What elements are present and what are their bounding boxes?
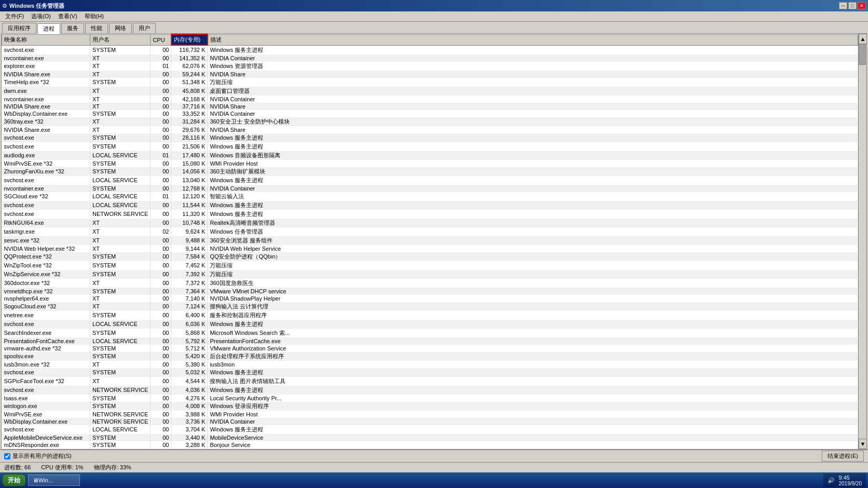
tab-services[interactable]: 服务 [61, 23, 84, 33]
cell-mem: 12,768 K [171, 185, 208, 192]
menu-options[interactable]: 选项(O) [28, 11, 54, 21]
table-row[interactable]: nvcontainer.exe XT 00 141,352 K NVIDIA C… [2, 55, 858, 62]
table-row[interactable]: nvcontainer.exe SYSTEM 00 12,768 K NVIDI… [2, 185, 858, 192]
menu-bar: 文件(F) 选项(O) 查看(V) 帮助(H) [0, 11, 868, 22]
table-row[interactable]: WbDisplay.Container.exe NETWORK SERVICE … [2, 418, 858, 425]
table-row[interactable]: NVIDIA Share.exe XT 00 29,676 K NVIDIA S… [2, 126, 858, 133]
scrollbar[interactable]: ▲ ▼ [858, 34, 866, 449]
table-row[interactable]: svchost.exe LOCAL SERVICE 00 13,040 K Wi… [2, 176, 858, 185]
cell-desc: Windows 服务主进程 [208, 386, 858, 395]
show-all-users-label[interactable]: 显示所有用户的进程(S) [4, 452, 72, 460]
scrollbar-up[interactable]: ▲ [859, 34, 866, 44]
table-row[interactable]: lsass.exe SYSTEM 00 4,276 K Local Securi… [2, 395, 858, 402]
table-row[interactable]: SogouCloud.exe *32 XT 00 7,124 K 搜狗输入法 云… [2, 302, 858, 311]
close-button[interactable]: ✕ [858, 2, 866, 9]
table-row[interactable]: vmnetdhcp.exe *32 SYSTEM 00 7,364 K VMwa… [2, 288, 858, 295]
table-row[interactable]: svchost.exe SYSTEM 00 5,032 K Windows 服务… [2, 368, 858, 377]
table-row[interactable]: winlogon.exe SYSTEM 00 4,008 K Windows 登… [2, 402, 858, 411]
table-row[interactable]: NVIDIA Share.exe XT 00 37,716 K NVIDIA S… [2, 103, 858, 110]
taskbar-window-item[interactable]: 🖥 Win... [28, 475, 80, 486]
table-row[interactable]: SearchIndexer.exe SYSTEM 00 5,868 K Micr… [2, 329, 858, 337]
table-row[interactable]: svchost.exe LOCAL SERVICE 00 11,544 K Wi… [2, 201, 858, 210]
tab-network[interactable]: 网络 [109, 23, 132, 33]
cell-name: 360doctor.exe *32 [2, 279, 90, 288]
cell-desc: 搜狗输入法 图片表情辅助工具 [208, 377, 858, 386]
table-row[interactable]: SGCloud.exe *32 LOCAL SERVICE 01 12,120 … [2, 192, 858, 201]
table-row[interactable]: nvsphelper64.exe XT 00 7,140 K NVIDIA Sh… [2, 295, 858, 302]
table-row[interactable]: WnZipService.exe *32 SYSTEM 00 7,392 K 万… [2, 270, 858, 279]
cell-desc: 桌面窗口管理器 [208, 87, 858, 96]
menu-file[interactable]: 文件(F) [2, 11, 27, 21]
cell-name: NVIDIA Web Helper.exe *32 [2, 245, 90, 252]
table-row[interactable]: WbDisplay.Container.exe SYSTEM 00 33,352… [2, 110, 858, 117]
scrollbar-down[interactable]: ▼ [859, 439, 866, 449]
end-task-button[interactable]: 结束进程(E) [822, 451, 864, 462]
table-row[interactable]: WmiPrvSE.exe NETWORK SERVICE 00 3,988 K … [2, 411, 858, 418]
table-row[interactable]: nvcontainer.exe XT 00 42,168 K NVIDIA Co… [2, 96, 858, 103]
tab-performance[interactable]: 性能 [85, 23, 108, 33]
table-row[interactable]: sesvc.exe *32 XT 00 9,488 K 360安全浏览器 服务组… [2, 236, 858, 245]
cell-user: SYSTEM [90, 45, 151, 55]
cell-desc: 360安全浏览器 服务组件 [208, 236, 858, 245]
table-row[interactable]: svchost.exe SYSTEM 00 116,732 K Windows … [2, 45, 858, 55]
scrollbar-track[interactable] [859, 44, 866, 439]
table-row[interactable]: taskmgr.exe XT 02 9,624 K Windows 任务管理器 [2, 227, 858, 236]
table-row[interactable]: svchost.exe NETWORK SERVICE 00 11,320 K … [2, 210, 858, 219]
cell-cpu: 00 [151, 117, 171, 126]
table-wrapper[interactable]: 映像名称 用户名 CPU 内存(专用) 描述 svchost.exe SYSTE… [2, 34, 858, 449]
cell-user: XT [90, 126, 151, 133]
col-header-desc[interactable]: 描述 [208, 34, 858, 45]
scrollbar-thumb[interactable] [859, 44, 866, 65]
table-row[interactable]: svchost.exe SYSTEM 00 28,116 K Windows 服… [2, 133, 858, 142]
table-row[interactable]: vnetree.exe SYSTEM 00 6,400 K 服务和控制器应用程序 [2, 311, 858, 320]
maximize-button[interactable]: □ [848, 2, 857, 9]
tab-users[interactable]: 用户 [133, 23, 156, 33]
table-row[interactable]: mDNSResponder.exe SYSTEM 00 3,288 K Bonj… [2, 441, 858, 449]
minimize-button[interactable]: ─ [839, 2, 847, 9]
table-row[interactable]: SGPicFaceTool.exe *32 XT 00 4,544 K 搜狗输入… [2, 377, 858, 386]
table-row[interactable]: 360tray.exe *32 XT 00 31,284 K 360安全卫士 安… [2, 117, 858, 126]
col-header-mem[interactable]: 内存(专用) [171, 34, 208, 45]
table-row[interactable]: SCService.exe *32 SYSTEM 00 3,232 K 智能云输… [2, 449, 858, 450]
cell-desc: PresentationFontCache.exe [208, 337, 858, 345]
cell-cpu: 00 [151, 302, 171, 311]
col-header-user[interactable]: 用户名 [90, 34, 151, 45]
col-header-name[interactable]: 映像名称 [2, 34, 90, 45]
table-row[interactable]: 360doctor.exe *32 XT 00 7,372 K 360国度急救医… [2, 279, 858, 288]
table-row[interactable]: QQProtect.exe *32 SYSTEM 00 7,584 K QQ安全… [2, 252, 858, 261]
table-row[interactable]: WmiPrvSE.exe *32 SYSTEM 00 15,080 K WMI … [2, 160, 858, 167]
menu-view[interactable]: 查看(V) [55, 11, 80, 21]
cell-cpu: 00 [151, 126, 171, 133]
start-button[interactable]: 开始 [2, 474, 26, 486]
cell-mem: 59,244 K [171, 71, 208, 78]
cell-user: LOCAL SERVICE [90, 337, 151, 345]
table-row[interactable]: vmware-authd.exe *32 SYSTEM 00 5,712 K V… [2, 345, 858, 352]
table-row[interactable]: ZhurongFanXiu.exe *32 SYSTEM 00 14,056 K… [2, 167, 858, 176]
menu-help[interactable]: 帮助(H) [82, 11, 107, 21]
show-all-users-checkbox[interactable] [4, 453, 10, 459]
cell-mem: 141,352 K [171, 55, 208, 62]
table-row[interactable]: AppleMobileDeviceService.exe SYSTEM 00 3… [2, 434, 858, 441]
cell-user: SYSTEM [90, 345, 151, 352]
table-row[interactable]: svchost.exe SYSTEM 00 21,506 K Windows 服… [2, 142, 858, 151]
table-row[interactable]: svchost.exe LOCAL SERVICE 00 6,036 K Win… [2, 320, 858, 329]
table-row[interactable]: WnZipTool.exe *32 SYSTEM 00 7,452 K 万能压缩 [2, 261, 858, 270]
tab-applications[interactable]: 应用程序 [2, 23, 36, 33]
table-row[interactable]: spoolsv.exe SYSTEM 00 5,420 K 后台处理程序子系统应… [2, 352, 858, 361]
cell-desc: NVIDIA Share [208, 103, 858, 110]
table-row[interactable]: explorer.exe XT 01 62,076 K Windows 资源管理… [2, 62, 858, 71]
table-row[interactable]: iusb3mon.exe *32 XT 00 5,380 K iusb3mon [2, 361, 858, 368]
table-row[interactable]: TimeHelp.exe *32 SYSTEM 00 51,348 K 万能压缩 [2, 78, 858, 87]
table-row[interactable]: NVIDIA Web Helper.exe *32 XT 00 9,144 K … [2, 245, 858, 252]
cell-cpu: 00 [151, 425, 171, 434]
table-row[interactable]: svchost.exe NETWORK SERVICE 00 4,036 K W… [2, 386, 858, 395]
table-row[interactable]: PresentationFontCache.exe LOCAL SERVICE … [2, 337, 858, 345]
cell-desc: WMI Provider Host [208, 160, 858, 167]
table-row[interactable]: RtkNGUI64.exe XT 00 10,748 K Realtek高清晰音… [2, 219, 858, 227]
col-header-cpu[interactable]: CPU [151, 34, 171, 45]
table-row[interactable]: dwm.exe XT 00 45,808 K 桌面窗口管理器 [2, 87, 858, 96]
table-row[interactable]: audiodg.exe LOCAL SERVICE 01 17,480 K Wi… [2, 151, 858, 160]
table-row[interactable]: NVIDIA Share.exe XT 00 59,244 K NVIDIA S… [2, 71, 858, 78]
tab-processes[interactable]: 进程 [37, 23, 60, 34]
table-row[interactable]: svchost.exe LOCAL SERVICE 00 3,704 K Win… [2, 425, 858, 434]
